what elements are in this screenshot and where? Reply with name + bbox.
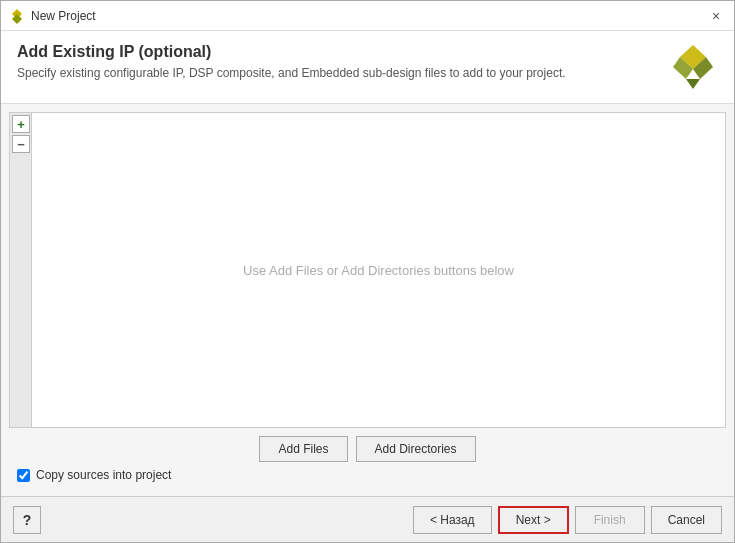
cancel-button[interactable]: Cancel <box>651 506 722 534</box>
header-text: Add Existing IP (optional) Specify exist… <box>17 43 668 82</box>
vivado-logo <box>668 43 718 93</box>
main-window: New Project × Add Existing IP (optional)… <box>0 0 735 543</box>
copy-sources-label: Copy sources into project <box>36 468 171 482</box>
window-title: New Project <box>31 9 96 23</box>
checkbox-row: Copy sources into project <box>9 462 726 488</box>
footer-section: ? < Назад Next > Finish Cancel <box>1 496 734 542</box>
help-button[interactable]: ? <box>13 506 41 534</box>
title-bar-left: New Project <box>9 8 96 24</box>
file-list-area: Use Add Files or Add Directories buttons… <box>32 113 725 427</box>
svg-marker-5 <box>686 79 700 89</box>
finish-button[interactable]: Finish <box>575 506 645 534</box>
next-button[interactable]: Next > <box>498 506 569 534</box>
back-button[interactable]: < Назад <box>413 506 492 534</box>
page-subtitle: Specify existing configurable IP, DSP co… <box>17 65 668 82</box>
header-section: Add Existing IP (optional) Specify exist… <box>1 31 734 104</box>
sidebar-buttons: + − <box>10 113 32 427</box>
page-title: Add Existing IP (optional) <box>17 43 668 61</box>
add-files-button[interactable]: Add Files <box>259 436 347 462</box>
close-button[interactable]: × <box>706 6 726 26</box>
remove-item-button[interactable]: − <box>12 135 30 153</box>
file-panel: + − Use Add Files or Add Directories but… <box>9 112 726 428</box>
app-icon <box>9 8 25 24</box>
add-buttons-row: Add Files Add Directories <box>9 436 726 462</box>
content-area: + − Use Add Files or Add Directories but… <box>1 104 734 496</box>
add-item-button[interactable]: + <box>12 115 30 133</box>
title-bar: New Project × <box>1 1 734 31</box>
footer-left: ? <box>13 506 41 534</box>
footer-right: < Назад Next > Finish Cancel <box>413 506 722 534</box>
copy-sources-checkbox[interactable] <box>17 469 30 482</box>
empty-message: Use Add Files or Add Directories buttons… <box>243 263 514 278</box>
add-directories-button[interactable]: Add Directories <box>356 436 476 462</box>
